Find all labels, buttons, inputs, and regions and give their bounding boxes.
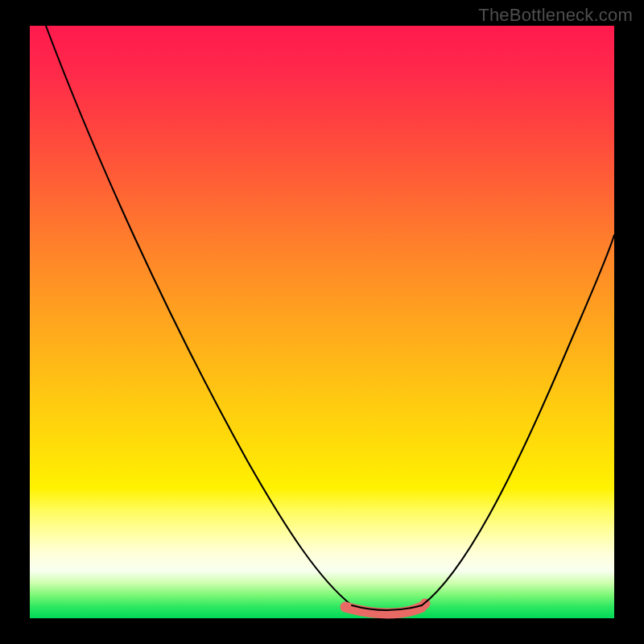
chart-svg [30, 26, 614, 618]
curve-left-branch [46, 26, 352, 605]
outer-frame: TheBottleneck.com [0, 0, 644, 644]
chart-plot-area [30, 26, 614, 618]
curve-right-branch [422, 235, 614, 605]
watermark-text: TheBottleneck.com [478, 5, 633, 26]
